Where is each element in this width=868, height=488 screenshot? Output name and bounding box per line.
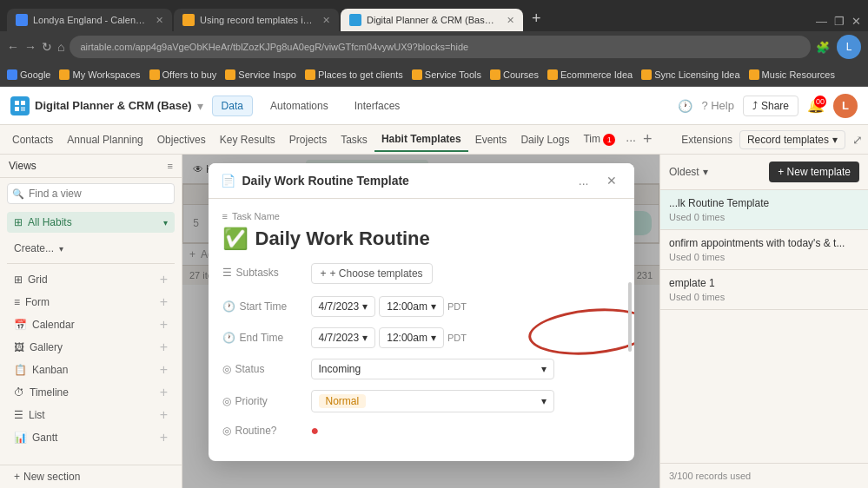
nav-interfaces-button[interactable]: Interfaces [346, 96, 409, 115]
bookmark-offers[interactable]: Offers to buy [149, 69, 217, 80]
grid-plus[interactable]: + [160, 272, 168, 287]
home-button[interactable]: ⌂ [57, 40, 64, 54]
share-icon: ⤴ [752, 100, 758, 112]
modal: 📄 Daily Work Routine Template ... ✕ ≡ Ta… [209, 163, 634, 461]
sidebar-item-timeline[interactable]: ⏱ Timeline + [7, 381, 175, 404]
tab3-close[interactable]: ✕ [507, 15, 514, 26]
priority-select[interactable]: Normal ▾ [311, 390, 554, 412]
bookmark-service-inspo[interactable]: Service Inspo [225, 69, 296, 80]
choose-templates-button[interactable]: + + Choose templates [311, 263, 433, 284]
user-avatar[interactable]: L [833, 94, 858, 118]
gantt-plus[interactable]: + [160, 430, 168, 445]
minimize-button[interactable]: — [816, 15, 827, 28]
refresh-button[interactable]: ↻ [42, 40, 52, 54]
tab-key-results[interactable]: Key Results [213, 129, 282, 151]
grid-icon: ⊞ [14, 216, 23, 228]
routine-value: ● [311, 423, 320, 439]
sidebar-item-calendar[interactable]: 📅 Calendar + [7, 313, 175, 336]
close-button[interactable]: ✕ [851, 15, 861, 28]
sidebar-item-gallery[interactable]: 🖼 Gallery + [7, 336, 175, 359]
sidebar-create-section[interactable]: Create... ▾ [7, 238, 175, 259]
expand-button[interactable]: ⤢ [852, 133, 863, 147]
bookmark-places[interactable]: Places to get clients [305, 69, 403, 80]
back-button[interactable]: ← [7, 40, 19, 54]
tabs-add-button[interactable]: + [639, 125, 656, 154]
modal-close-button[interactable]: ✕ [601, 172, 622, 189]
share-button[interactable]: ⤴ Share [743, 96, 798, 116]
history-button[interactable]: 🕐 [678, 99, 692, 113]
forward-button[interactable]: → [24, 40, 36, 54]
extensions-button[interactable]: 🧩 [816, 41, 830, 54]
tab-objectives[interactable]: Objectives [150, 129, 213, 151]
modal-scrollbar[interactable] [628, 282, 632, 352]
sidebar-item-form[interactable]: ≡ Form + [7, 291, 175, 313]
tab-habit-templates[interactable]: Habit Templates [374, 128, 468, 152]
notifications-bell[interactable]: 🔔 00 [807, 97, 825, 114]
tab2-close[interactable]: ✕ [322, 15, 330, 26]
bookmark-sync-licensing[interactable]: Sync Licensing Idea [641, 69, 739, 80]
start-time-section: 🕐 Start Time 4/7/2023 ▾ 12:00am ▾ [222, 296, 620, 317]
timeline-plus[interactable]: + [160, 385, 168, 400]
sidebar-item-grid[interactable]: ⊞ Grid + [7, 268, 175, 291]
browser-tab-2[interactable]: Using record templates in Airtab... ✕ [174, 9, 339, 31]
tab-events[interactable]: Events [468, 129, 514, 151]
views-sort-button[interactable]: ≡ [168, 161, 173, 171]
tab1-close[interactable]: ✕ [156, 15, 163, 26]
profile-avatar[interactable]: L [837, 35, 861, 59]
tabs-more-button[interactable]: ··· [622, 128, 639, 152]
restore-button[interactable]: ❐ [834, 15, 845, 28]
kanban-plus[interactable]: + [160, 362, 168, 378]
app-logo[interactable]: Digital Planner & CRM (Base) ▾ [10, 96, 203, 115]
sidebar-item-all-habits[interactable]: ⊞ All Habits ▾ [7, 212, 175, 233]
nav-data-button[interactable]: Data [212, 96, 253, 116]
start-time-input[interactable]: 12:00am ▾ [379, 296, 444, 317]
bookmark-music-resources[interactable]: Music Resources [749, 69, 835, 80]
tab-tim[interactable]: Tim 1 [576, 128, 622, 151]
calendar-plus[interactable]: + [160, 317, 168, 333]
bookmark-workspaces[interactable]: My Workspaces [59, 69, 140, 80]
tab-projects[interactable]: Projects [282, 129, 334, 151]
search-input[interactable] [7, 183, 175, 204]
tab-tasks[interactable]: Tasks [334, 129, 374, 151]
new-tab-button[interactable]: + [525, 8, 548, 30]
list-plus[interactable]: + [160, 407, 168, 423]
right-panel-footer: 3/100 records used [660, 463, 868, 488]
sidebar-item-gantt[interactable]: 📊 Gantt + [7, 426, 175, 449]
template-card-2[interactable]: onfirm appointments with today's & t... … [660, 230, 868, 270]
nav-automations-button[interactable]: Automations [262, 96, 337, 115]
gallery-plus[interactable]: + [160, 340, 168, 355]
bookmark-sync-licensing-label: Sync Licensing Idea [654, 69, 739, 80]
status-select[interactable]: Incoming ▾ [311, 359, 554, 379]
template-card-1[interactable]: ...lk Routine Template Used 0 times [660, 190, 868, 230]
start-date-input[interactable]: 4/7/2023 ▾ [311, 296, 376, 317]
tab-contacts[interactable]: Contacts [5, 129, 60, 151]
form-plus[interactable]: + [160, 294, 168, 310]
address-bar[interactable]: airtable.com/app4g9aVgeObKHeAr/tblZozKJP… [70, 36, 811, 58]
app-title-caret[interactable]: ▾ [197, 99, 203, 113]
new-section-button[interactable]: + New section [0, 465, 182, 488]
help-button[interactable]: ? Help [701, 99, 734, 112]
sort-dropdown[interactable]: Oldest ▾ [669, 166, 708, 178]
record-templates-button[interactable]: Record templates ▾ [739, 130, 845, 149]
svg-rect-2 [15, 107, 19, 111]
priority-label-row: ◎ Priority [222, 395, 301, 407]
extensions-tab-button[interactable]: Extensions [681, 134, 732, 146]
modal-more-button[interactable]: ... [573, 172, 594, 189]
start-date-value: 4/7/2023 [319, 300, 360, 313]
browser-tab-1[interactable]: Londya England - Calendar - We... ✕ [7, 9, 172, 31]
end-time-input[interactable]: 12:00am ▾ [379, 327, 444, 348]
bookmark-courses[interactable]: Courses [490, 69, 539, 80]
bookmark-service-tools[interactable]: Service Tools [412, 69, 481, 80]
timeline-icon: ⏱ [14, 386, 24, 399]
sidebar-item-kanban[interactable]: 📋 Kanban + [7, 359, 175, 381]
bookmark-ecommerce[interactable]: Ecommerce Idea [547, 69, 633, 80]
tab-daily-logs[interactable]: Daily Logs [514, 129, 576, 151]
template-card-3[interactable]: emplate 1 Used 0 times [660, 270, 868, 310]
new-template-button[interactable]: + New template [769, 162, 859, 182]
task-name-value[interactable]: ✅ Daily Work Routine [222, 227, 620, 251]
browser-tab-3-active[interactable]: Digital Planner & CRM (Base): Ha... ✕ [341, 9, 523, 31]
bookmark-google[interactable]: Google [7, 69, 50, 80]
tab-annual-planning[interactable]: Annual Planning [60, 129, 149, 151]
sidebar-item-list[interactable]: ☰ List + [7, 404, 175, 426]
end-date-input[interactable]: 4/7/2023 ▾ [311, 327, 376, 348]
